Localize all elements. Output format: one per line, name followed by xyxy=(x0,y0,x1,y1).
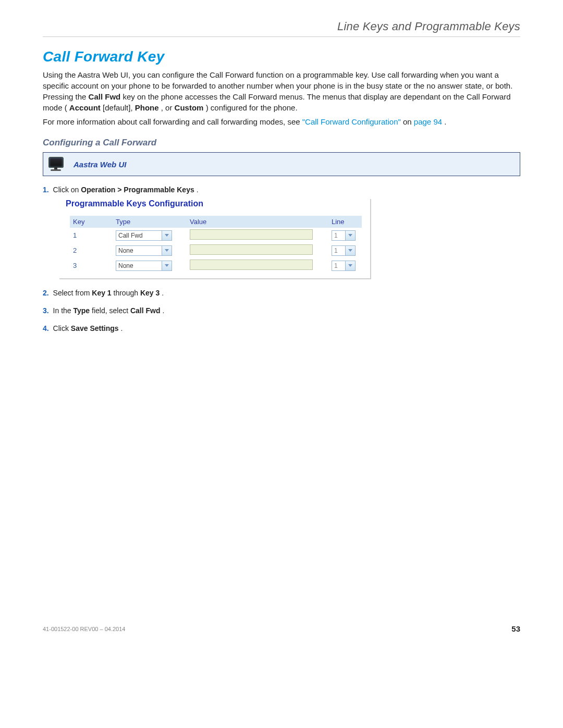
panel-title: Programmable Keys Configuration xyxy=(59,199,370,208)
header-section-title: Line Keys and Programmable Keys xyxy=(43,20,520,33)
col-header-key: Key xyxy=(70,216,113,228)
text: . xyxy=(444,117,446,126)
link-call-forward-config[interactable]: "Call Forward Configuration" xyxy=(302,117,401,126)
text: . xyxy=(197,186,199,194)
aastra-web-ui-box: Aastra Web UI xyxy=(43,152,520,176)
step-number: 1. xyxy=(43,186,49,194)
col-header-type: Type xyxy=(113,216,187,228)
text-bold: Call Fwd xyxy=(130,306,161,315)
dropdown-value: 1 xyxy=(334,247,338,254)
text: ) configured for the phone. xyxy=(206,103,298,112)
step-2: 2. Select from Key 1 through Key 3 . xyxy=(43,289,520,297)
dropdown-value: 1 xyxy=(334,232,338,239)
text-bold: Account xyxy=(69,103,101,112)
step-1: 1. Click on Operation > Programmable Key… xyxy=(43,186,520,194)
text-bold: Custom xyxy=(175,103,204,112)
type-dropdown-key3[interactable]: None xyxy=(116,261,172,271)
text-bold: Call Fwd xyxy=(89,92,121,101)
text-bold: Key 3 xyxy=(140,289,160,297)
table-row: 3 None 1 xyxy=(70,258,362,273)
table-row: 2 None 1 xyxy=(70,243,362,258)
step-3: 3. In the Type field, select Call Fwd . xyxy=(43,306,520,315)
text-bold: Type xyxy=(74,306,90,315)
text: . xyxy=(162,289,164,297)
intro-paragraph-2: For more information about call forwardi… xyxy=(43,116,520,127)
text: Click on xyxy=(53,186,81,194)
text-bold: Save Settings xyxy=(71,324,119,332)
intro-paragraph-1: Using the Aastra Web UI, you can configu… xyxy=(43,69,520,113)
type-dropdown-key1[interactable]: Call Fwd xyxy=(116,230,172,241)
cell-key: 3 xyxy=(70,258,113,273)
chevron-down-icon xyxy=(345,246,355,255)
line-dropdown-key1[interactable]: 1 xyxy=(332,230,356,241)
chevron-down-icon xyxy=(345,261,355,270)
text-bold: Operation > Programmable Keys xyxy=(81,186,194,194)
chevron-down-icon xyxy=(162,261,172,270)
aastra-web-ui-label: Aastra Web UI xyxy=(74,160,126,169)
cell-key: 2 xyxy=(70,243,113,258)
text: on xyxy=(403,117,414,126)
chevron-down-icon xyxy=(345,231,355,240)
col-header-line: Line xyxy=(328,216,362,228)
step-number: 2. xyxy=(43,289,49,297)
line-dropdown-key2[interactable]: 1 xyxy=(332,245,356,256)
value-input-key3[interactable] xyxy=(190,260,313,270)
programmable-keys-panel: Programmable Keys Configuration Key Type… xyxy=(59,199,371,279)
text: For more information about call forwardi… xyxy=(43,117,302,126)
header-divider xyxy=(43,36,520,37)
value-input-key2[interactable] xyxy=(190,244,313,255)
text: In the xyxy=(53,306,74,315)
text: Click xyxy=(53,324,71,332)
line-dropdown-key3[interactable]: 1 xyxy=(332,261,356,271)
page-number: 53 xyxy=(511,624,520,633)
monitor-icon xyxy=(48,157,66,171)
dropdown-value: 1 xyxy=(334,262,338,269)
value-input-key1[interactable] xyxy=(190,229,313,240)
heading-call-forward-key: Call Forward Key xyxy=(43,48,520,65)
chevron-down-icon xyxy=(162,231,172,240)
text: [default], xyxy=(103,103,135,112)
dropdown-value: None xyxy=(118,247,133,254)
text: , or xyxy=(161,103,175,112)
chevron-down-icon xyxy=(162,246,172,255)
programmable-keys-table: Key Type Value Line 1 Call Fwd xyxy=(70,216,362,273)
text: field, select xyxy=(92,306,130,315)
heading-configuring: Configuring a Call Forward xyxy=(43,138,520,148)
step-number: 3. xyxy=(43,306,49,315)
text: . xyxy=(121,324,123,332)
doc-revision: 41-001522-00 REV00 – 04.2014 xyxy=(43,626,125,632)
text: . xyxy=(162,306,164,315)
step-4: 4. Click Save Settings . xyxy=(43,324,520,332)
page-footer: 41-001522-00 REV00 – 04.2014 53 xyxy=(43,624,520,633)
text: through xyxy=(114,289,140,297)
col-header-value: Value xyxy=(187,216,328,228)
cell-key: 1 xyxy=(70,228,113,243)
text: Select from xyxy=(53,289,92,297)
type-dropdown-key2[interactable]: None xyxy=(116,245,172,256)
table-row: 1 Call Fwd 1 xyxy=(70,228,362,243)
text-bold: Phone xyxy=(135,103,159,112)
link-page-94[interactable]: page 94 xyxy=(414,117,442,126)
step-number: 4. xyxy=(43,324,49,332)
dropdown-value: Call Fwd xyxy=(118,232,143,239)
text-bold: Key 1 xyxy=(92,289,111,297)
dropdown-value: None xyxy=(118,262,133,269)
